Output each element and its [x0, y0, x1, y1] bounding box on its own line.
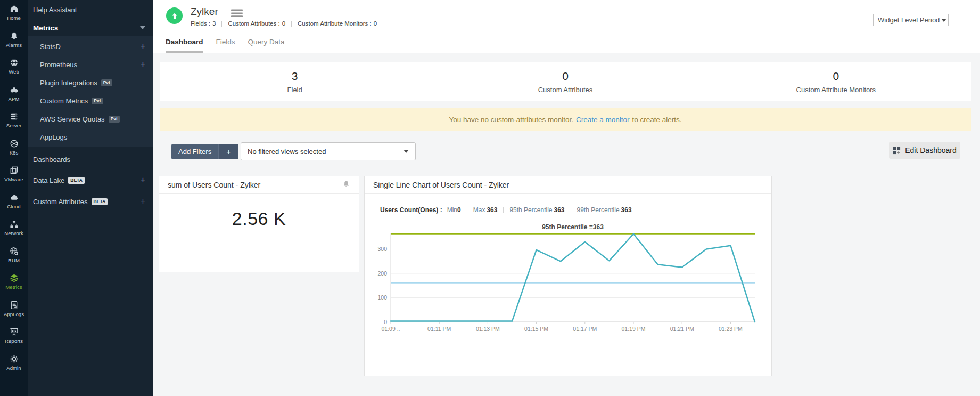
summary-max-label: Max [473, 206, 485, 214]
rail-item-rum[interactable]: RUM [0, 245, 28, 272]
rail-item-cloud[interactable]: Cloud [0, 191, 28, 219]
dashboard-grid-icon [893, 147, 901, 155]
home-icon [10, 4, 19, 13]
sidebar-item-label: Custom Attributes [33, 198, 88, 206]
chevron-down-icon [941, 19, 946, 22]
filtered-views-dropdown[interactable]: No filtered views selected [241, 142, 416, 160]
add-filters-button[interactable]: Add Filters + [171, 144, 238, 159]
hamburger-menu-icon[interactable] [231, 9, 243, 20]
summary-p99-value: 363 [621, 206, 632, 214]
filtered-views-value: No filtered views selected [248, 148, 326, 156]
series-name: Users Count(Ones) : [380, 206, 442, 214]
svg-text:300: 300 [377, 246, 387, 252]
expand-plus-icon[interactable]: + [141, 197, 145, 206]
monitor-meta: Fields :3 Custom Attributes :0 Custom At… [191, 20, 377, 27]
rail-item-apm[interactable]: APM [0, 84, 28, 111]
svg-text:01:15 PM: 01:15 PM [524, 326, 548, 332]
rail-item-applogs[interactable]: AppLogs [0, 299, 28, 326]
rail-item-vmware[interactable]: VMware [0, 164, 28, 191]
rail-item-reports[interactable]: Reports [0, 326, 28, 353]
meta-custom-attributes: Custom Attributes :0 [228, 20, 285, 27]
sidebar-item-label: Dashboards [33, 156, 70, 164]
rail-item-web[interactable]: Web [0, 56, 28, 84]
stat-custom-attributes: 0 Custom Attributes [430, 62, 700, 101]
sidebar-item-label: AWS Service Quotas [40, 115, 105, 123]
stat-value: 0 [833, 70, 839, 83]
sidebar-item-aws-service-quotas[interactable]: AWS Service Quotas Pvt [28, 110, 153, 128]
sidebar-item-custom-attributes[interactable]: Custom Attributes BETA + [28, 191, 153, 212]
rail-label: Server [6, 123, 22, 128]
sidebar-item-label: Plugin Integrations [40, 79, 97, 87]
bell-icon [10, 31, 19, 41]
rail-item-server[interactable]: Server [0, 110, 28, 138]
stat-value: 3 [292, 70, 298, 83]
add-filter-plus-button[interactable]: + [218, 144, 238, 159]
sidebar-item-dashboards[interactable]: Dashboards [28, 149, 153, 169]
rail-item-metrics[interactable]: Metrics [0, 272, 28, 299]
sidebar-item-statsd[interactable]: StatsD + [28, 37, 153, 55]
sidebar-section-label: Metrics [33, 24, 58, 32]
rail-label: Metrics [5, 284, 22, 290]
rail-item-network[interactable]: Network [0, 218, 28, 245]
sidebar-item-label: Custom Metrics [40, 97, 88, 105]
banner-suffix: to create alerts. [632, 116, 682, 124]
rail-label: VMware [4, 176, 23, 182]
sidebar-item-plugin-integrations[interactable]: Plugin Integrations Pvt [28, 74, 153, 92]
sidebar-item-custom-metrics[interactable]: Custom Metrics Pvt [28, 92, 153, 110]
sidebar-item-data-lake[interactable]: Data Lake BETA + [28, 169, 153, 191]
expand-plus-icon[interactable]: + [141, 60, 145, 69]
main-content: Zylker Fields :3 Custom Attributes :0 Cu… [153, 0, 980, 396]
globe-icon [10, 58, 19, 67]
rail-label: Network [4, 230, 23, 236]
expand-plus-icon[interactable]: + [141, 42, 145, 51]
rail-item-home[interactable]: Home [0, 3, 28, 30]
summary-min-value: 0 [457, 206, 461, 214]
svg-text:01:19 PM: 01:19 PM [622, 326, 646, 332]
sidebar-item-help-assistant[interactable]: Help Assistant [28, 0, 153, 19]
widget-big-value: 2.56 K [159, 208, 359, 229]
sidebar-section-metrics[interactable]: Metrics [28, 19, 153, 36]
tab-dashboard[interactable]: Dashboard [166, 38, 203, 53]
rail-label: K8s [10, 150, 19, 156]
rail-label: RUM [8, 257, 20, 263]
rail-label: APM [9, 96, 20, 102]
rail-item-k8s[interactable]: K8s [0, 138, 28, 165]
tab-fields[interactable]: Fields [216, 38, 235, 53]
widget-level-period-select[interactable]: Widget Level Period [873, 14, 949, 26]
stat-label: Field [287, 86, 302, 94]
stat-field: 3 Field [160, 62, 430, 101]
line-chart: 010020030001:09 ..01:11 PM01:13 PM01:15 … [368, 231, 768, 337]
meta-fields: Fields :3 [191, 20, 216, 27]
svg-text:01:13 PM: 01:13 PM [476, 326, 500, 332]
rail-item-admin[interactable]: Admin [0, 353, 28, 380]
rail-label: Home [7, 15, 21, 21]
globe-search-icon [10, 247, 19, 256]
beta-badge: BETA [92, 198, 108, 205]
svg-text:01:11 PM: 01:11 PM [427, 326, 451, 332]
edit-dashboard-button[interactable]: Edit Dashboard [889, 142, 960, 159]
rail-label: Web [9, 69, 19, 75]
edit-dashboard-label: Edit Dashboard [905, 146, 957, 155]
report-board-icon [10, 327, 19, 336]
bell-icon[interactable] [342, 180, 350, 190]
summary-p95-label: 95th Percentile [509, 206, 552, 214]
svg-text:01:21 PM: 01:21 PM [670, 326, 694, 332]
period-select-value: Widget Level Period [878, 16, 940, 24]
gear-icon [10, 354, 19, 363]
sidebar-item-applogs[interactable]: AppLogs [28, 128, 153, 146]
sidebar-item-prometheus[interactable]: Prometheus + [28, 55, 153, 74]
widget-header: sum of Users Count - Zylker [159, 176, 359, 194]
summary-max-value: 363 [487, 206, 497, 214]
server-icon [10, 112, 19, 121]
rail-item-alarms[interactable]: Alarms [0, 30, 28, 57]
create-monitor-link[interactable]: Create a monitor [576, 116, 630, 124]
rail-label: Reports [5, 338, 23, 344]
expand-plus-icon[interactable]: + [141, 176, 145, 184]
up-arrow-icon [170, 12, 179, 20]
divider [291, 21, 292, 27]
pvt-badge: Pvt [109, 116, 120, 123]
tab-query-data[interactable]: Query Data [248, 38, 285, 53]
chevron-down-icon [403, 150, 409, 153]
divider [503, 207, 504, 213]
svg-text:01:17 PM: 01:17 PM [573, 326, 597, 332]
